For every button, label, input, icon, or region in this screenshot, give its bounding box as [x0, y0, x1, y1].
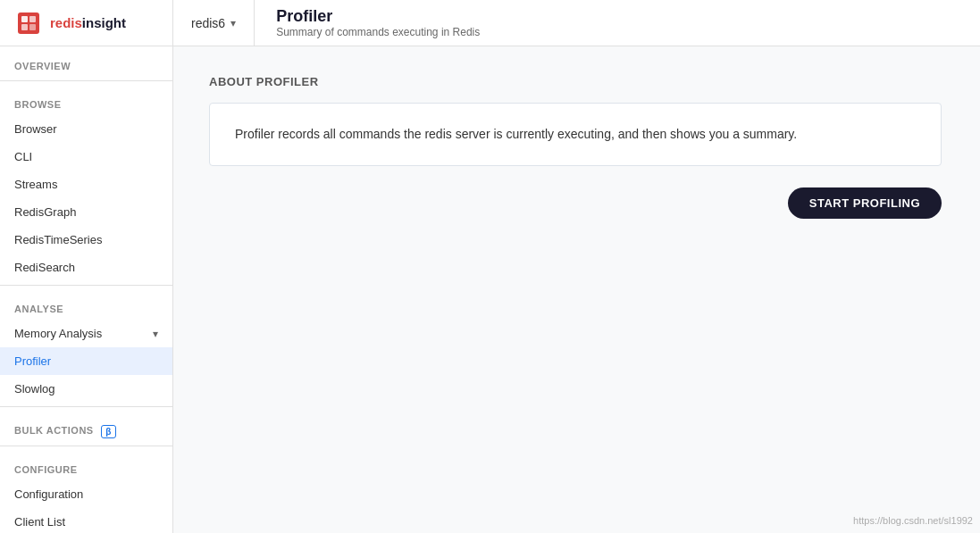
sidebar-section-browse: BROWSE — [0, 85, 172, 115]
sidebar-label-browser: Browser — [14, 122, 57, 136]
divider-overview — [0, 80, 172, 81]
sidebar-label-client-list: Client List — [14, 515, 65, 529]
redis-logo-icon — [14, 9, 43, 37]
sidebar-item-configuration[interactable]: Configuration — [0, 480, 172, 508]
db-name: redis6 — [191, 16, 225, 30]
sidebar-item-redisgraph[interactable]: RedisGraph — [0, 198, 172, 226]
sidebar-label-redisearch: RediSearch — [14, 261, 75, 274]
sidebar-item-slowlog[interactable]: Slowlog — [0, 375, 172, 403]
sidebar-section-bulk-actions: BULK ACTIONS β — [0, 411, 172, 442]
svg-rect-3 — [21, 24, 28, 30]
chevron-right-icon: ▾ — [153, 328, 158, 340]
info-box: Profiler records all commands the redis … — [209, 103, 942, 166]
page-header: Profiler Summary of commands executing i… — [255, 7, 501, 38]
sidebar-label-memory-analysis: Memory Analysis — [14, 327, 102, 340]
divider-browse — [0, 285, 172, 286]
sidebar-label-cli: CLI — [14, 150, 32, 163]
svg-rect-4 — [29, 24, 36, 30]
sidebar-label-streams: Streams — [14, 178, 57, 191]
page-title: Profiler — [276, 7, 480, 26]
sidebar-section-analyse: ANALYSE — [0, 289, 172, 320]
svg-rect-2 — [29, 16, 36, 22]
beta-badge: β — [101, 425, 116, 438]
info-text: Profiler records all commands the redis … — [235, 127, 797, 141]
sidebar-item-streams[interactable]: Streams — [0, 171, 172, 198]
sidebar-item-profiler[interactable]: Profiler — [0, 347, 172, 375]
top-bar: redisinsight redis6 ▾ Profiler Summary o… — [0, 0, 980, 46]
sidebar-item-redistimeseries[interactable]: RedisTimeSeries — [0, 226, 172, 254]
start-profiling-button[interactable]: START PROFILING — [788, 187, 942, 219]
sidebar-section-configure: CONFIGURE — [0, 450, 172, 480]
svg-rect-0 — [18, 12, 39, 34]
main-layout: OVERVIEW BROWSE Browser CLI Streams Redi… — [0, 46, 980, 533]
sidebar-label-redisgraph: RedisGraph — [14, 205, 76, 219]
page-subtitle: Summary of commands executing in Redis — [276, 26, 480, 38]
sidebar-label-slowlog: Slowlog — [14, 382, 55, 396]
sidebar-item-memory-analysis[interactable]: Memory Analysis ▾ — [0, 320, 172, 347]
sidebar-section-overview: OVERVIEW — [0, 46, 172, 77]
sidebar-label-profiler: Profiler — [14, 354, 51, 368]
sidebar-label-configuration: Configuration — [14, 487, 83, 501]
sidebar-item-redisearch[interactable]: RediSearch — [0, 254, 172, 281]
logo-area: redisinsight — [0, 0, 173, 46]
sidebar-item-cli[interactable]: CLI — [0, 143, 172, 171]
watermark: https://blog.csdn.net/sl1992 — [853, 515, 973, 526]
svg-rect-1 — [21, 16, 28, 22]
chevron-down-icon: ▾ — [230, 17, 236, 29]
divider-analyse — [0, 406, 172, 407]
start-profiling-container: START PROFILING — [209, 187, 942, 219]
logo-text: redisinsight — [50, 15, 126, 30]
content-area: ABOUT PROFILER Profiler records all comm… — [173, 46, 980, 533]
sidebar-item-client-list[interactable]: Client List — [0, 508, 172, 533]
sidebar-label-redistimeseries: RedisTimeSeries — [14, 233, 103, 246]
sidebar: OVERVIEW BROWSE Browser CLI Streams Redi… — [0, 46, 173, 533]
db-selector[interactable]: redis6 ▾ — [173, 0, 255, 46]
sidebar-item-browser[interactable]: Browser — [0, 115, 172, 143]
divider-bulk — [0, 446, 172, 446]
about-profiler-title: ABOUT PROFILER — [209, 75, 944, 88]
